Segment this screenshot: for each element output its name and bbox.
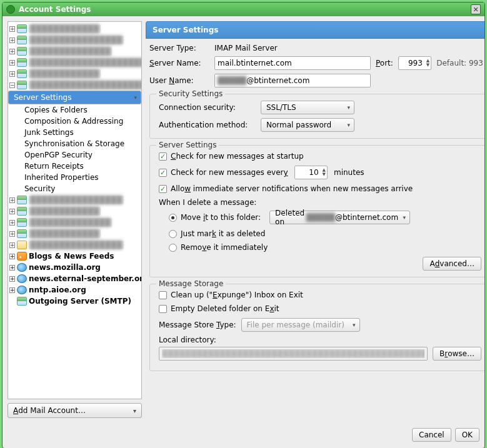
tree-account[interactable]: +████████████████████ xyxy=(8,57,141,68)
checkbox-icon[interactable] xyxy=(159,152,167,161)
check-every-checkbox[interactable]: Check for new messages every ▲▼ minutes xyxy=(159,166,481,179)
radio-icon[interactable] xyxy=(169,230,177,238)
expand-icon[interactable]: + xyxy=(9,231,15,237)
username-input[interactable]: █████@btinternet.com xyxy=(214,74,371,87)
mail-icon xyxy=(17,69,27,78)
rss-icon xyxy=(17,252,27,261)
mail-icon xyxy=(17,81,27,89)
tree-news-mozilla[interactable]: +news.mozilla.org xyxy=(8,262,141,273)
account-settings-window: Account Settings ✕ +████████████ +██████… xyxy=(2,2,485,448)
radio-icon[interactable] xyxy=(169,244,177,252)
minutes-spinner[interactable]: ▲▼ xyxy=(294,166,328,179)
expunge-checkbox[interactable]: Clean up ("Expunge") Inbox on Exit xyxy=(159,291,481,299)
tree-nntp-aioe[interactable]: +nntp.aioe.org xyxy=(8,284,141,296)
delete-mark-radio[interactable]: Just mark it as deleted xyxy=(159,229,481,238)
server-name-input[interactable] xyxy=(214,56,371,70)
message-storage-group: Message Storage Clean up ("Expunge") Inb… xyxy=(149,284,485,371)
mail-icon xyxy=(17,229,27,238)
tree-account[interactable]: +████████████ xyxy=(8,228,141,239)
tree-item-receipts[interactable]: Return Receipts xyxy=(8,161,141,172)
server-settings-group: Server Settings Check for new messages a… xyxy=(149,145,485,277)
tree-item-copies[interactable]: Copies & Folders xyxy=(8,104,141,116)
tree-account[interactable]: +████████████████ xyxy=(8,34,141,46)
spin-down-icon[interactable]: ▼ xyxy=(426,63,429,67)
connection-security-select[interactable]: SSL/TLS xyxy=(261,101,354,114)
mail-icon xyxy=(17,297,27,306)
expand-icon[interactable]: + xyxy=(9,49,15,54)
delete-label: When I delete a message: xyxy=(159,198,481,207)
delete-remove-radio[interactable]: Remove it immediately xyxy=(159,243,481,252)
app-icon xyxy=(6,5,15,14)
tree-account-expanded[interactable]: −████████████████████ xyxy=(8,79,141,91)
browse-button[interactable]: Browse… xyxy=(433,347,481,361)
localdir-input[interactable] xyxy=(159,347,428,361)
auth-method-label: Authentication method: xyxy=(159,121,256,129)
tree-item-junk[interactable]: Junk Settings xyxy=(8,127,141,138)
checkbox-icon[interactable] xyxy=(159,305,167,313)
tree-blogs[interactable]: +Blogs & News Feeds xyxy=(8,251,141,262)
tree-account[interactable]: +████████████ xyxy=(8,23,141,34)
store-type-label: Message Store Type: xyxy=(159,321,236,329)
globe-icon xyxy=(17,286,27,294)
port-spinner[interactable]: ▲▼ xyxy=(398,56,431,70)
titlebar[interactable]: Account Settings ✕ xyxy=(3,2,484,16)
checkbox-icon[interactable] xyxy=(159,185,167,193)
expand-icon[interactable]: + xyxy=(9,71,15,77)
tree-item-inherited[interactable]: Inherited Properties xyxy=(8,172,141,183)
tree-outgoing-smtp[interactable]: Outgoing Server (SMTP) xyxy=(8,296,141,307)
server-type-value: IMAP Mail Server xyxy=(214,44,278,52)
expand-icon[interactable]: + xyxy=(9,26,15,32)
check-startup-checkbox[interactable]: Check for new messages at startup xyxy=(159,152,481,161)
mail-icon xyxy=(17,36,27,44)
expand-icon[interactable]: + xyxy=(9,60,15,66)
tree-account[interactable]: +██████████████ xyxy=(8,217,141,228)
talk-icon xyxy=(17,241,27,249)
ok-button[interactable]: OK xyxy=(455,428,479,442)
panel-header: Server Settings xyxy=(146,21,485,39)
tree-item-composition[interactable]: Composition & Addressing xyxy=(8,116,141,127)
expand-icon[interactable]: + xyxy=(9,242,15,248)
tree-item-sync[interactable]: Synchronisation & Storage xyxy=(8,138,141,149)
allow-notifications-checkbox[interactable]: Allow immediate server notifications whe… xyxy=(159,184,481,193)
expand-icon[interactable]: + xyxy=(9,37,15,43)
server-type-label: Server Type: xyxy=(149,44,209,52)
tree-account[interactable]: +████████████ xyxy=(8,206,141,217)
mail-icon xyxy=(17,24,27,33)
tree-account[interactable]: +██████████████ xyxy=(8,46,141,57)
radio-icon[interactable] xyxy=(169,214,177,222)
expand-icon[interactable]: + xyxy=(9,265,15,271)
auth-method-select[interactable]: Normal password xyxy=(261,118,354,132)
expand-icon[interactable]: + xyxy=(9,209,15,214)
tree-news-eternal[interactable]: +news.eternal-september.org xyxy=(8,273,141,284)
connection-security-label: Connection security: xyxy=(159,103,256,112)
checkbox-icon[interactable] xyxy=(159,169,167,177)
server-name-label: Server Name: xyxy=(149,59,209,67)
close-icon[interactable]: ✕ xyxy=(471,4,481,14)
tree-item-openpgp[interactable]: OpenPGP Security xyxy=(8,149,141,161)
mail-icon xyxy=(17,218,27,227)
spin-down-icon[interactable]: ▼ xyxy=(323,172,326,177)
tree-account[interactable]: +████████████████ xyxy=(8,239,141,251)
account-tree[interactable]: +████████████ +████████████████ +███████… xyxy=(8,21,142,399)
delete-folder-select[interactable]: Deleted on █████@btinternet.com xyxy=(269,211,410,224)
window-title: Account Settings xyxy=(19,5,91,14)
tree-account[interactable]: +████████████████ xyxy=(8,194,141,206)
expand-icon[interactable]: + xyxy=(9,276,15,282)
checkbox-icon[interactable] xyxy=(159,291,167,299)
collapse-icon[interactable]: − xyxy=(9,82,15,88)
tree-item-security[interactable]: Security xyxy=(8,183,141,194)
expand-icon[interactable]: + xyxy=(9,220,15,226)
mail-icon xyxy=(17,58,27,67)
mail-icon xyxy=(17,207,27,216)
cancel-button[interactable]: Cancel xyxy=(412,428,451,442)
expand-icon[interactable]: + xyxy=(9,287,15,293)
add-mail-account-button[interactable]: Add Mail Account… xyxy=(8,403,142,418)
advanced-button[interactable]: Advanced… xyxy=(423,257,481,271)
security-settings-group: Security Settings Connection security: S… xyxy=(149,94,485,139)
tree-account[interactable]: +████████████ xyxy=(8,68,141,79)
tree-item-server-settings[interactable]: Server Settings xyxy=(8,91,141,104)
delete-move-radio[interactable]: Move it to this folder: Deleted on █████… xyxy=(159,211,481,224)
empty-deleted-checkbox[interactable]: Empty Deleted folder on Exit xyxy=(159,304,481,313)
expand-icon[interactable]: + xyxy=(9,254,15,259)
expand-icon[interactable]: + xyxy=(9,197,15,203)
